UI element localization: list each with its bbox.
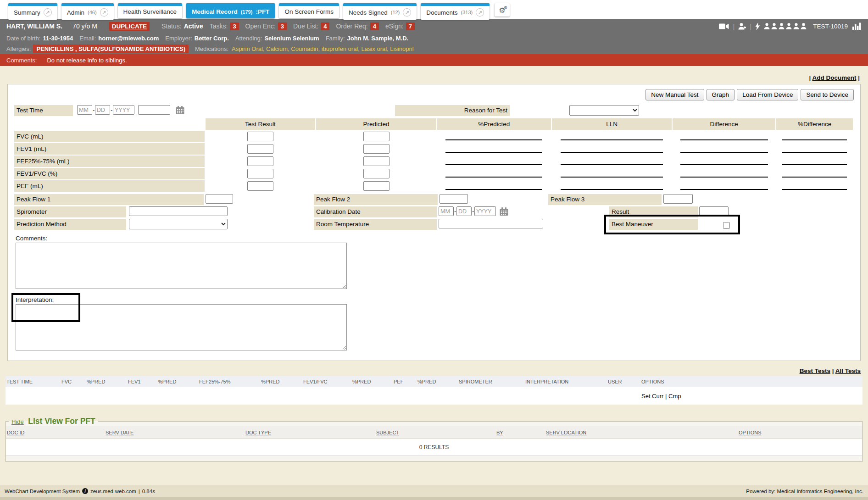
pft-results-table: TEST TIME FVC %PRED FEV1 %PRED FEF25%-75…: [6, 376, 862, 405]
prediction-method-select[interactable]: [129, 219, 228, 229]
fev1-predicted-input[interactable]: [363, 144, 389, 154]
pef-test-result-input[interactable]: [247, 181, 273, 191]
results-col-pred4: %PRED: [351, 376, 393, 387]
room-temperature-input[interactable]: [439, 219, 543, 228]
peak-flow-1-input[interactable]: [206, 194, 233, 204]
graph-button[interactable]: Graph: [707, 89, 735, 100]
tab-medical-record[interactable]: Medical Record (179) :PFT: [186, 3, 275, 18]
doc-col-by[interactable]: BY: [495, 426, 545, 439]
pef-lln-value: [552, 180, 672, 192]
open-enc-count-badge[interactable]: 3: [278, 22, 287, 30]
all-tests-link[interactable]: All Tests: [835, 367, 861, 374]
peak-flow-2-input[interactable]: [440, 194, 468, 204]
date-separator: -: [454, 208, 456, 215]
active-users-icons: [764, 23, 807, 29]
tab-on-screen-forms[interactable]: On Screen Forms: [279, 3, 339, 18]
interpretation-textarea[interactable]: [16, 304, 347, 350]
calendar-icon[interactable]: [176, 106, 184, 116]
external-link-icon[interactable]: ↗: [476, 8, 484, 17]
medications-list[interactable]: Aspirin Oral, Calcium, Coumadin, ibuprof…: [232, 45, 414, 52]
calibration-year-input[interactable]: [474, 206, 496, 216]
fev1-fvc-predicted-input[interactable]: [363, 169, 389, 178]
email-value: horner@mieweb.com: [98, 35, 159, 42]
bar-chart-icon[interactable]: [852, 22, 862, 30]
doc-col-serv-date[interactable]: SERV DATE: [105, 426, 245, 439]
fev1-fvc-lln-value: [552, 168, 672, 179]
comments-textarea[interactable]: [16, 243, 347, 289]
family-value: John M. Sample, M.D.: [347, 35, 409, 42]
allergies-badge[interactable]: PENICILLINS , SULFA(SULFONAMIDE ANTIBIOT…: [33, 44, 189, 53]
load-from-device-button[interactable]: Load From Device: [737, 89, 798, 100]
settings-gears-button[interactable]: ⚙ ⚙: [495, 3, 509, 17]
station-id: TEST-10019: [813, 23, 848, 30]
duplicate-badge[interactable]: DUPLICATE: [109, 22, 150, 31]
doc-col-doc-id[interactable]: DOC ID: [6, 426, 105, 439]
result-input[interactable]: [699, 206, 729, 216]
fev1-test-result-input[interactable]: [247, 144, 273, 154]
best-maneuver-checkbox[interactable]: [723, 222, 730, 229]
results-col-interpretation: INTERPRETATION: [524, 376, 607, 387]
video-call-icon[interactable]: [719, 23, 729, 29]
fef25-75-test-result-input[interactable]: [247, 156, 273, 166]
external-link-icon[interactable]: ↗: [100, 8, 108, 17]
fev1-fvc-test-result-input[interactable]: [247, 169, 273, 178]
person-icon[interactable]: [771, 23, 777, 29]
test-time-month-input[interactable]: [77, 105, 92, 115]
doc-col-subject[interactable]: SUBJECT: [375, 426, 495, 439]
external-link-icon[interactable]: ↗: [403, 8, 411, 17]
calibration-month-input[interactable]: [439, 206, 454, 216]
test-time-day-input[interactable]: [95, 105, 110, 115]
divider: |: [733, 22, 734, 30]
test-time-time-input[interactable]: [138, 105, 170, 115]
tasks-count-badge[interactable]: 3: [230, 22, 239, 30]
tab-summary[interactable]: Summary ↗: [8, 3, 57, 20]
list-view-section: Hide List View For PFT DOC ID SERV DATE …: [6, 417, 862, 462]
results-col-fvc: FVC: [61, 376, 86, 387]
best-tests-link[interactable]: Best Tests: [800, 367, 830, 374]
fev1-pct-difference-value: [776, 143, 853, 155]
reason-for-test-select[interactable]: [569, 105, 639, 116]
person-icon[interactable]: [793, 23, 799, 29]
person-icon[interactable]: [801, 23, 807, 29]
tab-health-surveillance[interactable]: Health Surveillance: [118, 3, 182, 18]
footer-duration: 0.84s: [142, 489, 155, 494]
set-curr-link[interactable]: Set Curr: [641, 393, 663, 400]
info-icon[interactable]: i: [82, 488, 88, 494]
fvc-test-result-input[interactable]: [247, 132, 273, 141]
fef25-75-predicted-input[interactable]: [363, 156, 389, 166]
column-header-pct-predicted: %Predicted: [437, 118, 551, 130]
results-col-pred1: %PRED: [86, 376, 127, 387]
pef-difference-value: [673, 180, 775, 192]
esign-count-badge[interactable]: 7: [406, 22, 415, 30]
column-header-test-result: Test Result: [206, 118, 316, 130]
pef-predicted-input[interactable]: [363, 181, 389, 191]
hide-link[interactable]: Hide: [11, 418, 24, 425]
spirometer-input[interactable]: [129, 206, 228, 216]
person-icon[interactable]: [764, 23, 770, 29]
lightning-icon[interactable]: [755, 22, 760, 30]
person-icon[interactable]: [779, 23, 785, 29]
tab-documents[interactable]: Documents (313) ↗: [421, 3, 490, 20]
peak-flow-3-input[interactable]: [663, 194, 693, 204]
send-to-device-button[interactable]: Send to Device: [801, 89, 854, 100]
fvc-predicted-input[interactable]: [363, 132, 389, 141]
doc-col-serv-location[interactable]: SERV LOCATION: [545, 426, 738, 439]
tab-needs-signed[interactable]: Needs Signed (12) ↗: [343, 3, 417, 20]
test-time-year-input[interactable]: [113, 105, 134, 115]
new-manual-test-button[interactable]: New Manual Test: [645, 89, 704, 100]
add-person-icon[interactable]: [738, 23, 746, 30]
cmp-link[interactable]: Cmp: [668, 393, 681, 400]
calendar-icon[interactable]: [500, 207, 508, 217]
order-req-count-badge[interactable]: 4: [370, 22, 379, 30]
due-list-count-badge[interactable]: 4: [321, 22, 329, 30]
footer-host: zeus.med-web.com: [90, 489, 136, 494]
tab-admin[interactable]: Admin (46) ↗: [61, 3, 114, 20]
person-icon[interactable]: [786, 23, 792, 29]
doc-col-doc-type[interactable]: DOC TYPE: [245, 426, 375, 439]
add-document-link[interactable]: Add Document: [812, 74, 856, 81]
calibration-day-input[interactable]: [456, 206, 472, 216]
external-link-icon[interactable]: ↗: [44, 8, 52, 17]
prediction-method-row: Prediction Method Room Temperature Best …: [14, 219, 854, 231]
link-separator: |: [832, 367, 834, 374]
doc-col-options[interactable]: OPTIONS: [738, 426, 862, 439]
